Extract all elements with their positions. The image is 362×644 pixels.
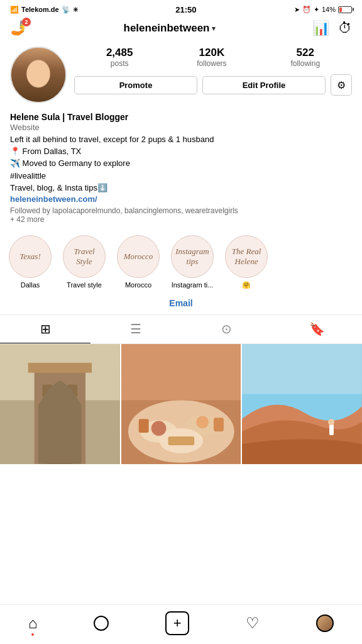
svg-rect-6 [43,384,53,397]
story-circle: The Real Helene [225,235,268,278]
star-icon: ✳ [73,6,78,13]
bio-tips: Travel, blog, & Insta tips⬇️ [10,182,352,194]
email-button[interactable]: Email [169,298,192,308]
following-stat[interactable]: 522 following [290,47,320,68]
avatar-wrap[interactable] [10,47,67,103]
nav-right: 📊 ⏱ [312,20,352,36]
wifi-icon: 📡 [62,6,70,14]
search-icon [94,616,109,631]
svg-point-17 [151,421,166,436]
tab-list[interactable]: ☰ [90,315,181,343]
alarm-icon: ⏰ [302,6,311,14]
bio-website[interactable]: Website [10,123,352,132]
story-circle: Travel Style [63,235,106,278]
svg-point-10 [52,444,57,449]
svg-rect-21 [214,418,224,431]
followers-label: followers [197,59,226,68]
svg-rect-19 [168,436,194,445]
bottom-profile-button[interactable] [316,614,334,632]
bio-followed-by: Followed by lapolacaporelmundo, balancin… [10,206,352,224]
battery-icon [338,6,352,13]
followers-stat[interactable]: 120K followers [197,47,226,68]
bio-hashtag[interactable]: #livealittle [10,170,352,182]
settings-button[interactable]: ⚙ [331,74,352,96]
following-label: following [290,59,320,68]
username-nav[interactable]: heleneinbetween ▾ [124,22,216,35]
story-label: Travel style [67,281,102,289]
story-circle: Texas! [9,235,52,278]
analytics-icon[interactable]: 📊 [312,20,329,36]
bottom-home-button[interactable]: ⌂ [28,614,38,632]
bio-line-2: 📍 From Dallas, TX [10,146,352,157]
bottom-search-button[interactable] [94,616,109,631]
grid-icon: ⊞ [40,321,51,336]
story-item[interactable]: Instagram tipsInstagram ti... [170,235,215,289]
stats-row: 2,485 posts 120K followers 522 following [74,47,352,68]
promote-button[interactable]: Promote [74,76,197,94]
svg-point-18 [196,416,209,428]
story-label: Instagram ti... [172,281,214,289]
chevron-down-icon: ▾ [212,25,216,33]
svg-rect-20 [138,419,148,433]
bottom-heart-button[interactable]: ♡ [246,614,260,632]
profile-header: 2,485 posts 120K followers 522 following… [0,42,362,111]
bottom-nav: ⌂ + ♡ [0,604,362,644]
battery-text: 14% [322,6,336,13]
posts-label: posts [111,59,129,68]
svg-rect-9 [52,449,56,460]
bottom-add-button[interactable]: + [165,611,189,635]
tab-saved[interactable]: 🔖 [272,315,362,343]
photo-grid [0,344,362,464]
stories-row: Texas!DallasTravel StyleTravel styleMoro… [0,230,362,293]
svg-rect-1 [0,394,120,464]
bio-link[interactable]: heleneinbetween.com/ [10,194,352,204]
story-item[interactable]: Texas!Dallas [8,235,53,289]
story-label: 🤗 [242,281,251,289]
story-circle: Instagram tips [171,235,214,278]
bio-line-3: ✈️ Moved to Germany to explore [10,158,352,169]
svg-rect-3 [35,369,85,464]
top-nav: 🤳 2 heleneinbetween ▾ 📊 ⏱ [0,18,362,42]
notification-badge: 2 [22,18,31,26]
tab-grid[interactable]: ⊞ [0,315,90,343]
stats-area: 2,485 posts 120K followers 522 following… [74,47,352,96]
status-time: 21:50 [175,5,196,14]
bio-line-1: Left it all behind to travel, except for… [10,134,352,145]
profile-buttons-row: Promote Edit Profile ⚙ [74,74,352,96]
status-right-icons: ➤ ⏰ ✦ 14% [294,6,352,14]
grid-cell-1[interactable] [0,344,120,464]
posts-stat[interactable]: 2,485 posts [106,47,133,68]
gear-icon: ⚙ [337,79,346,91]
status-bar: 📶 Telekom.de 📡 ✳ 21:50 ➤ ⏰ ✦ 14% [0,0,362,18]
username-text: heleneinbetween [124,22,210,35]
svg-rect-24 [329,424,334,435]
svg-point-25 [328,419,334,425]
plus-icon: + [173,616,182,630]
svg-rect-23 [242,344,362,394]
following-count: 522 [297,47,314,59]
story-item[interactable]: Travel StyleTravel style [62,235,107,289]
bottom-avatar [316,614,334,632]
home-icon: ⌂ [28,614,38,632]
content-tabs: ⊞ ☰ ⊙ 🔖 [0,314,362,344]
grid-cell-2[interactable] [121,344,241,464]
email-section: Email [0,293,362,314]
story-circle: Morocco [117,235,160,278]
edit-profile-button[interactable]: Edit Profile [202,76,326,94]
story-item[interactable]: MoroccoMorocco [116,235,161,289]
svg-rect-7 [67,384,77,397]
grid-cell-3[interactable] [242,344,362,464]
person-icon: ⊙ [221,321,232,336]
carrier-info: 📶 Telekom.de 📡 ✳ [10,6,78,14]
posts-count: 2,485 [106,47,133,59]
history-icon[interactable]: ⏱ [338,20,352,36]
svg-rect-4 [47,413,73,464]
bookmark-icon: 🔖 [309,321,325,336]
story-item[interactable]: The Real Helene🤗 [224,235,269,289]
list-icon: ☰ [130,321,141,336]
svg-point-5 [47,399,73,426]
followers-count: 120K [199,47,225,59]
tab-tagged[interactable]: ⊙ [181,315,272,343]
add-user-button[interactable]: 🤳 2 [10,20,27,36]
story-label: Morocco [125,281,151,289]
